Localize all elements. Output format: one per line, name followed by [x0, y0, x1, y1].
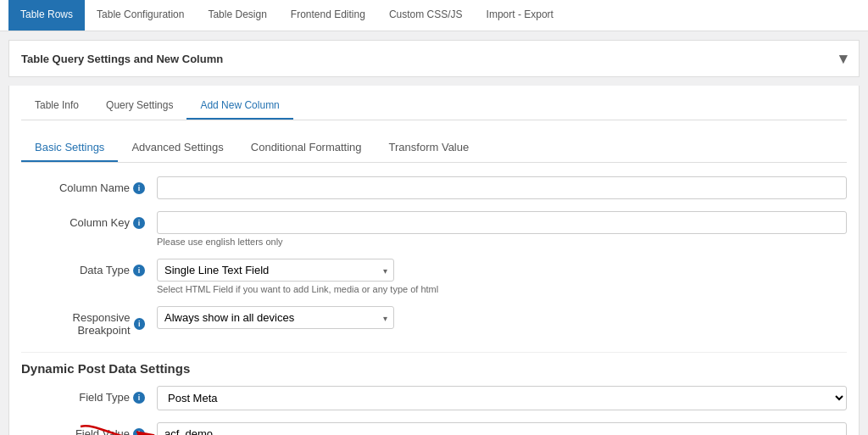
field-type-label: Field Type i	[21, 386, 157, 404]
field-type-info-icon[interactable]: i	[133, 392, 145, 404]
sub-tab-query-settings[interactable]: Query Settings	[92, 92, 186, 120]
settings-tab-advanced[interactable]: Advanced Settings	[118, 134, 236, 162]
field-type-field: Post Meta Post Field Taxonomy User Field…	[157, 386, 847, 410]
field-value-input[interactable]	[157, 422, 847, 435]
data-type-select[interactable]: Single Line Text Field Multi Line Text F…	[157, 259, 394, 282]
settings-tab-conditional[interactable]: Conditional Formatting	[237, 134, 376, 162]
column-key-field: Please use english letters only	[157, 211, 847, 247]
red-arrow-icon	[72, 418, 153, 435]
data-type-row: Data Type i Single Line Text Field Multi…	[21, 259, 847, 294]
responsive-breakpoint-row: Responsive Breakpoint i Always show in a…	[21, 306, 847, 337]
column-name-row: Column Name i	[21, 176, 847, 199]
field-value-field: You can populate any Post Meta. Please p…	[157, 422, 847, 435]
column-name-field	[157, 176, 847, 199]
settings-tab-transform[interactable]: Transform Value	[376, 134, 483, 162]
column-key-info-icon[interactable]: i	[133, 217, 145, 229]
dynamic-section-title: Dynamic Post Data Settings	[21, 352, 847, 376]
column-name-input[interactable]	[157, 176, 847, 199]
sub-tabs: Table Info Query Settings Add New Column	[21, 86, 847, 120]
sub-tab-add-new-column[interactable]: Add New Column	[186, 92, 292, 120]
responsive-select-wrapper: Always show in all devices Hide on Mobil…	[157, 306, 394, 329]
tab-table-design[interactable]: Table Design	[196, 0, 278, 31]
section-body: Table Info Query Settings Add New Column…	[8, 86, 860, 435]
tab-custom-css-js[interactable]: Custom CSS/JS	[377, 0, 475, 31]
data-type-select-wrapper: Single Line Text Field Multi Line Text F…	[157, 259, 394, 282]
field-type-select[interactable]: Post Meta Post Field Taxonomy User Field…	[157, 386, 847, 410]
sub-tab-table-info[interactable]: Table Info	[21, 92, 92, 120]
tab-import-export[interactable]: Import - Export	[475, 0, 565, 31]
section-toggle-icon[interactable]: ▾	[839, 49, 847, 68]
column-name-label: Column Name i	[21, 176, 157, 194]
settings-tabs: Basic Settings Advanced Settings Conditi…	[21, 134, 847, 163]
data-type-field: Single Line Text Field Multi Line Text F…	[157, 259, 847, 294]
tab-table-configuration[interactable]: Table Configuration	[85, 0, 196, 31]
section-title: Table Query Settings and New Column	[21, 53, 223, 65]
responsive-info-icon[interactable]: i	[134, 318, 145, 330]
column-key-hint: Please use english letters only	[157, 237, 847, 247]
data-type-hint: Select HTML Field if you want to add Lin…	[157, 284, 847, 294]
responsive-breakpoint-field: Always show in all devices Hide on Mobil…	[157, 306, 847, 329]
tab-frontend-editing[interactable]: Frontend Editing	[279, 0, 377, 31]
column-name-info-icon[interactable]: i	[133, 182, 145, 194]
responsive-breakpoint-label: Responsive Breakpoint i	[21, 306, 157, 337]
section-header: Table Query Settings and New Column ▾	[8, 40, 860, 77]
field-type-row: Field Type i Post Meta Post Field Taxono…	[21, 386, 847, 410]
responsive-breakpoint-select[interactable]: Always show in all devices Hide on Mobil…	[157, 306, 394, 329]
data-type-info-icon[interactable]: i	[133, 265, 145, 276]
column-key-input[interactable]	[157, 211, 847, 234]
column-key-label: Column Key i	[21, 211, 157, 229]
tab-table-rows[interactable]: Table Rows	[8, 0, 85, 31]
field-value-row: Field Value i You can populate any Post …	[21, 422, 847, 435]
top-nav: Table Rows Table Configuration Table Des…	[0, 0, 868, 31]
data-type-label: Data Type i	[21, 259, 157, 276]
settings-tab-basic[interactable]: Basic Settings	[21, 134, 118, 162]
column-key-row: Column Key i Please use english letters …	[21, 211, 847, 247]
